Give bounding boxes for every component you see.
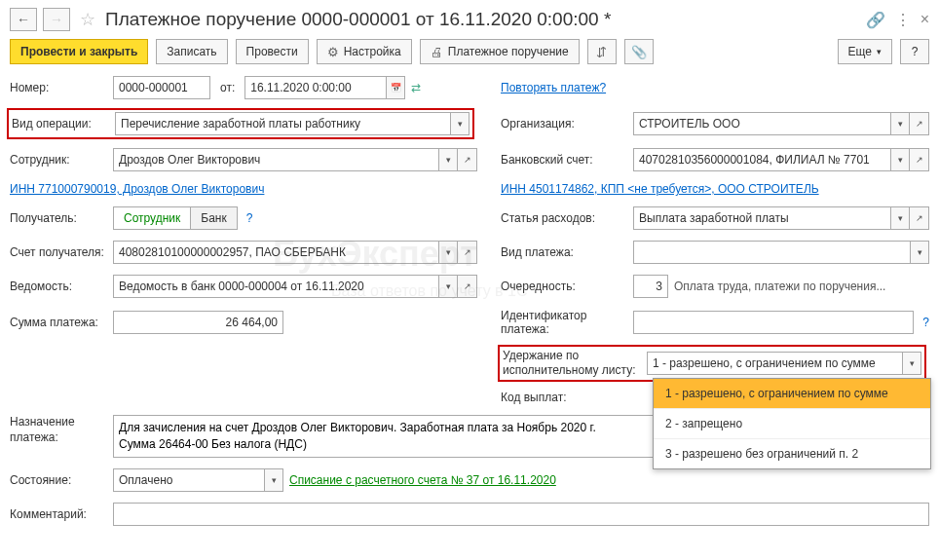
inn-left-link[interactable]: ИНН 771000790019, Дроздов Олег Викторови… <box>10 182 264 196</box>
post-button[interactable]: Провести <box>236 39 309 64</box>
kebab-icon[interactable]: ⋮ <box>895 11 911 29</box>
withhold-dropdown: 1 - разрешено, с ограничением по сумме 2… <box>653 378 931 469</box>
org-select[interactable]: СТРОИТЕЛЬ ООО <box>633 112 890 135</box>
settings-button[interactable]: ⚙Настройка <box>317 39 412 64</box>
sum-input[interactable]: 26 464,00 <box>113 311 283 334</box>
employee-label: Сотрудник: <box>10 153 107 167</box>
open-icon[interactable]: ↗ <box>910 112 929 135</box>
help-icon[interactable]: ? <box>246 211 253 225</box>
org-label: Организация: <box>501 117 627 131</box>
open-icon[interactable]: ↗ <box>458 241 477 264</box>
payer-id-input[interactable] <box>633 311 914 334</box>
comment-label: Комментарий: <box>10 507 107 521</box>
chevron-down-icon[interactable]: ▾ <box>910 241 929 264</box>
attachments-button[interactable]: 📎 <box>624 39 654 64</box>
nav-back-button[interactable]: ← <box>10 8 37 31</box>
bank-acc-label: Банковский счет: <box>501 153 627 167</box>
op-type-select[interactable]: Перечисление заработной платы работнику <box>115 112 450 135</box>
exp-item-label: Статья расходов: <box>501 211 627 225</box>
rec-acc-label: Счет получателя: <box>10 245 107 259</box>
save-button[interactable]: Записать <box>156 39 227 64</box>
related-button[interactable]: ⇵ <box>587 39 617 64</box>
withhold-select[interactable]: 1 - разрешено, с ограничением по сумме <box>647 352 902 375</box>
dropdown-option-1[interactable]: 1 - разрешено, с ограничением по сумме <box>654 379 930 408</box>
print-icon: 🖨 <box>431 45 443 59</box>
dropdown-option-2[interactable]: 2 - запрещено <box>654 408 930 438</box>
number-label: Номер: <box>10 81 107 94</box>
state-select[interactable]: Оплачено <box>113 468 264 492</box>
sheet-label: Ведомость: <box>10 280 107 293</box>
chevron-down-icon[interactable]: ▾ <box>890 112 910 135</box>
paperclip-icon: 📎 <box>631 45 647 59</box>
bank-acc-select[interactable]: 40702810356000001084, ФИЛИАЛ № 7701 <box>633 148 890 171</box>
nav-forward-button[interactable]: → <box>43 8 70 31</box>
favorite-icon[interactable]: ☆ <box>76 8 99 31</box>
state-label: Состояние: <box>10 473 107 487</box>
sum-label: Сумма платежа: <box>10 316 107 329</box>
exp-item-select[interactable]: Выплата заработной платы <box>633 206 890 230</box>
more-button[interactable]: Еще ▾ <box>838 39 892 64</box>
help-icon[interactable]: ? <box>922 316 929 329</box>
sheet-select[interactable]: Ведомость в банк 0000-000004 от 16.11.20… <box>113 275 438 298</box>
rec-acc-select[interactable]: 40802810100000002957, ПАО СБЕРБАНК <box>113 241 438 264</box>
priority-label: Очередность: <box>501 280 627 293</box>
toggle-bank[interactable]: Банк <box>190 207 236 229</box>
window-title: Платежное поручение 0000-000001 от 16.11… <box>105 9 860 30</box>
chevron-down-icon[interactable]: ▾ <box>450 112 470 135</box>
priority-hint: Оплата труда, платежи по поручения... <box>674 280 885 293</box>
pay-code-label: Код выплат: <box>501 391 627 404</box>
chevron-down-icon[interactable]: ▾ <box>890 206 910 230</box>
priority-input[interactable]: 3 <box>633 275 668 298</box>
chevron-down-icon[interactable]: ▾ <box>264 468 283 492</box>
gear-icon: ⚙ <box>327 45 339 59</box>
help-button[interactable]: ? <box>900 39 929 64</box>
close-icon[interactable]: × <box>920 11 929 28</box>
payer-id-label: Идентификатор платежа: <box>501 309 627 336</box>
repeat-payment-link[interactable]: Повторять платеж? <box>501 81 606 94</box>
number-input[interactable]: 0000-000001 <box>113 76 210 99</box>
open-icon[interactable]: ↗ <box>458 275 477 298</box>
purpose-label: Назначение платежа: <box>10 415 107 445</box>
hierarchy-icon: ⇵ <box>596 45 607 59</box>
writeoff-link[interactable]: Списание с расчетного счета № 37 от 16.1… <box>289 473 556 487</box>
chevron-down-icon[interactable]: ▾ <box>890 148 910 171</box>
pay-type-label: Вид платежа: <box>501 245 627 259</box>
open-icon[interactable]: ↗ <box>458 148 477 171</box>
chevron-down-icon[interactable]: ▾ <box>438 275 458 298</box>
from-label: от: <box>220 81 235 94</box>
chevron-down-icon[interactable]: ▾ <box>438 241 458 264</box>
post-and-close-button[interactable]: Провести и закрыть <box>10 39 148 64</box>
comment-input[interactable] <box>113 503 929 526</box>
withhold-label: Удержание по исполнительному листу: <box>503 349 641 378</box>
open-icon[interactable]: ↗ <box>910 206 929 230</box>
employee-select[interactable]: Дроздов Олег Викторович <box>113 148 438 171</box>
op-type-label: Вид операции: <box>12 117 109 131</box>
date-input[interactable]: 16.11.2020 0:00:00 <box>244 76 386 99</box>
link-icon[interactable]: 🔗 <box>866 11 885 29</box>
recipient-toggle[interactable]: Сотрудник Банк <box>113 206 238 230</box>
chevron-down-icon[interactable]: ▾ <box>902 352 921 375</box>
inn-right-link[interactable]: ИНН 4501174862, КПП <не требуется>, ООО … <box>501 182 819 196</box>
chevron-down-icon[interactable]: ▾ <box>438 148 458 171</box>
dropdown-option-3[interactable]: 3 - разрешено без ограничений п. 2 <box>654 438 930 468</box>
recipient-label: Получатель: <box>10 211 107 225</box>
pay-type-select[interactable] <box>633 241 910 264</box>
print-button[interactable]: 🖨Платежное поручение <box>420 39 580 64</box>
calendar-icon[interactable]: 📅 <box>386 76 405 99</box>
transfer-icon[interactable]: ⇄ <box>411 81 421 94</box>
open-icon[interactable]: ↗ <box>910 148 929 171</box>
toggle-employee[interactable]: Сотрудник <box>114 207 190 229</box>
